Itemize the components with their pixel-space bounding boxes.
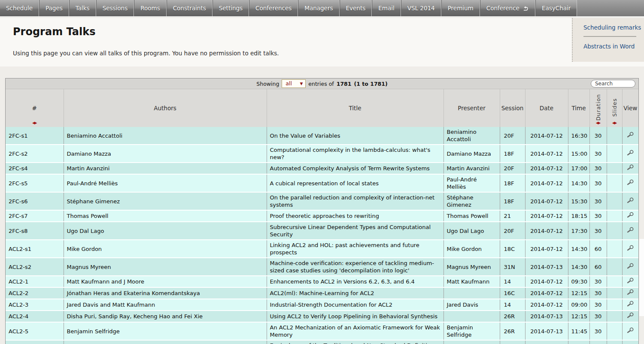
nav-tab-constraints[interactable]: Constraints <box>167 0 213 16</box>
nav-tab-schedule[interactable]: Schedule <box>0 0 39 16</box>
column-header-title: Title <box>267 89 444 127</box>
sort-arrows-icon[interactable]: ◀▶ <box>596 121 600 125</box>
title-cell: Enhancements to ACL2 in Versions 6.2, 6.… <box>267 276 444 287</box>
talks-table-container: Showing all ▼ entries of 1781 (1 to 1781… <box>5 78 639 344</box>
date-cell: 2014-07-12 <box>525 127 568 145</box>
slides-cell <box>607 127 622 145</box>
nav-tab-rooms[interactable]: Rooms <box>134 0 166 16</box>
view-talk-magnifier-icon[interactable] <box>626 263 634 269</box>
view-cell <box>622 311 638 322</box>
time-cell: 15:30 <box>568 192 589 210</box>
duration-cell: 30 <box>589 192 607 210</box>
column-header-duration[interactable]: Duration ◀▶ <box>589 89 607 127</box>
view-talk-magnifier-icon[interactable] <box>626 179 634 186</box>
title-cell: Linking ACL2 and HOL: past achievements … <box>267 240 444 258</box>
talk-id-cell: ACL2-s1 <box>6 240 64 258</box>
nav-tab-label: Email <box>378 5 394 12</box>
view-talk-magnifier-icon[interactable] <box>626 150 634 156</box>
nav-tab-conference[interactable]: Conference <box>480 0 535 16</box>
nav-tab-pages[interactable]: Pages <box>39 0 69 16</box>
view-talk-magnifier-icon[interactable] <box>626 312 634 319</box>
sort-arrows-icon[interactable]: ◀▶ <box>612 121 617 125</box>
view-cell <box>622 174 638 192</box>
date-cell: 2014-07-13 <box>525 340 568 344</box>
table-row: ACL2-4Disha Puri, Sandip Ray, Kecheng Ha… <box>6 311 638 322</box>
view-talk-magnifier-icon[interactable] <box>626 212 634 218</box>
authors-cell: Disha Puri, Sandip Ray, Kecheng Hao and … <box>64 311 267 322</box>
view-talk-magnifier-icon[interactable] <box>626 245 634 251</box>
abstracts-in-word-link[interactable]: Abstracts in Word <box>573 37 644 55</box>
nav-tab-managers[interactable]: Managers <box>298 0 339 16</box>
column-header-number[interactable]: # ◀▶ <box>6 89 64 127</box>
column-header-session: Session <box>500 89 525 127</box>
date-cell: 2014-07-12 <box>525 222 568 240</box>
nav-tab-label: Schedule <box>6 5 33 12</box>
table-row: ACL2-s2Magnus MyreenMachine-code verific… <box>6 258 638 276</box>
scheduling-remarks-link[interactable]: Scheduling remarks <box>573 18 644 36</box>
session-cell: 26R <box>500 322 525 340</box>
view-talk-magnifier-icon[interactable] <box>626 301 634 307</box>
view-talk-magnifier-icon[interactable] <box>626 164 634 171</box>
table-row: ACL2-3Jared Davis and Matt KaufmannIndus… <box>6 299 638 311</box>
date-cell: 2014-07-13 <box>525 311 568 322</box>
nav-tab-conferences[interactable]: Conferences <box>249 0 298 16</box>
time-cell: 09:30 <box>568 340 589 344</box>
duration-cell: 30 <box>589 127 607 145</box>
date-cell: 2014-07-13 <box>525 258 568 276</box>
time-cell: 17:00 <box>568 163 589 174</box>
time-cell: 14:30 <box>568 174 589 192</box>
view-talk-magnifier-icon[interactable] <box>626 278 634 284</box>
view-talk-magnifier-icon[interactable] <box>626 327 634 334</box>
slides-cell <box>607 174 622 192</box>
slides-cell <box>607 192 622 210</box>
duration-cell: 60 <box>589 258 607 276</box>
session-cell: 21 <box>500 210 525 222</box>
entries-count-select[interactable]: all ▼ <box>282 79 306 88</box>
return-arrow-icon <box>522 6 529 11</box>
title-cell: Machine-code verification: experience of… <box>267 258 444 276</box>
nav-tab-vsl-2014[interactable]: VSL 2014 <box>401 0 441 16</box>
nav-tab-label: Conference <box>486 5 519 12</box>
column-header-date: Date <box>525 89 568 127</box>
table-row: ACL2-2Jónathan Heras and Ekaterina Komen… <box>6 287 638 299</box>
nav-tab-label: Conferences <box>255 5 292 12</box>
nav-tab-premium[interactable]: Premium <box>441 0 480 16</box>
title-cell: A cubical representation of local states <box>267 174 444 192</box>
presenter-cell: Thomas Powell <box>444 210 500 222</box>
nav-tab-label: Events <box>346 5 366 12</box>
duration-cell: 30 <box>589 276 607 287</box>
authors-cell: Jared Davis and Matt Kaufmann <box>64 299 267 311</box>
view-talk-magnifier-icon[interactable] <box>626 132 634 138</box>
talk-id-cell: 2FC-s4 <box>6 163 64 174</box>
search-input[interactable] <box>591 80 635 88</box>
nav-tab-talks[interactable]: Talks <box>69 0 96 16</box>
talk-id-cell: 2FC-s5 <box>6 174 64 192</box>
presenter-cell: Mike Gordon <box>444 240 500 258</box>
date-cell: 2014-07-12 <box>525 287 568 299</box>
duration-cell: 30 <box>589 311 607 322</box>
view-talk-magnifier-icon[interactable] <box>626 197 634 204</box>
duration-cell: 60 <box>589 240 607 258</box>
presenter-cell: Benjamin Selfridge <box>444 322 500 340</box>
sort-arrows-icon[interactable]: ◀▶ <box>32 121 36 125</box>
presenter-cell: Magnus Myreen <box>444 258 500 276</box>
view-talk-magnifier-icon[interactable] <box>626 227 634 233</box>
nav-tab-settings[interactable]: Settings <box>213 0 249 16</box>
title-cell: Subrecursive Linear Dependent Types and … <box>267 222 444 240</box>
talk-id-cell: ACL2-1 <box>6 276 64 287</box>
time-cell: 09:00 <box>568 299 589 311</box>
view-cell <box>622 322 638 340</box>
column-header-slides[interactable]: Slides ◀▶ <box>607 89 622 127</box>
page-description: Using this page you can view all talks o… <box>13 50 279 57</box>
table-header-row: # ◀▶ Authors Title Presenter Session Dat… <box>6 89 638 127</box>
duration-cell: 30 <box>589 222 607 240</box>
nav-tab-email[interactable]: Email <box>372 0 401 16</box>
nav-tab-easychair[interactable]: EasyChair <box>535 0 577 16</box>
view-talk-magnifier-icon[interactable] <box>626 289 634 296</box>
title-cell: On the parallel reduction and complexity… <box>267 192 444 210</box>
view-cell <box>622 145 638 163</box>
nav-tab-events[interactable]: Events <box>340 0 372 16</box>
top-nav: SchedulePagesTalksSessionsRoomsConstrain… <box>0 0 644 17</box>
nav-tab-sessions[interactable]: Sessions <box>96 0 134 16</box>
date-cell: 2014-07-12 <box>525 276 568 287</box>
